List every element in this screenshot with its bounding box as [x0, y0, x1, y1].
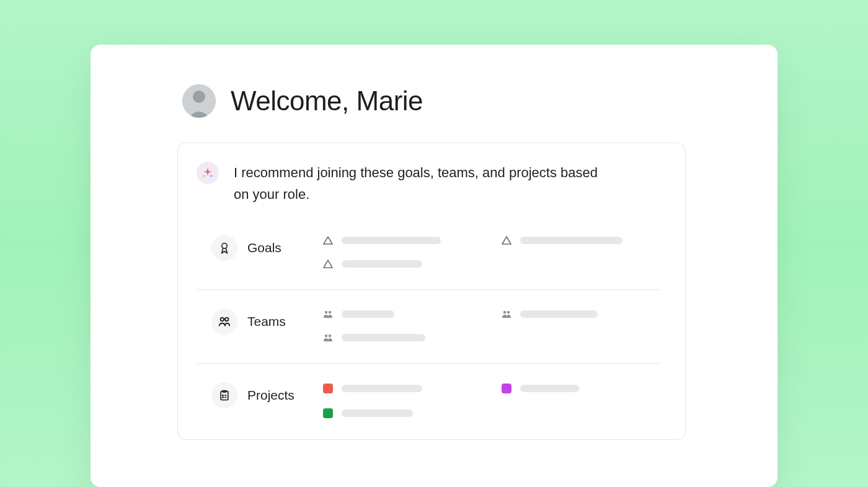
triangle-icon: [323, 260, 333, 268]
page-title: Welcome, Marie: [231, 86, 423, 116]
placeholder: [520, 237, 622, 244]
main-card: Welcome, Marie I recommend joining these…: [91, 45, 777, 487]
goal-item[interactable]: [323, 260, 482, 268]
project-color-icon: [502, 384, 512, 393]
goals-icon: [211, 235, 237, 261]
goals-label: Goals: [247, 240, 281, 255]
placeholder: [342, 334, 425, 341]
recommendation-text: I recommend joining these goals, teams, …: [234, 162, 606, 205]
svg-point-1: [193, 90, 205, 103]
people-icon: [502, 310, 512, 318]
team-item[interactable]: [323, 310, 482, 318]
people-icon: [323, 333, 333, 342]
triangle-icon: [502, 236, 512, 245]
svg-point-2: [222, 244, 227, 248]
recommendation-panel: I recommend joining these goals, teams, …: [177, 143, 686, 440]
placeholder: [342, 385, 422, 392]
svg-point-7: [503, 311, 506, 314]
projects-label: Projects: [247, 388, 294, 403]
teams-section: Teams: [197, 290, 660, 364]
placeholder: [342, 310, 394, 318]
sparkle-icon: [197, 162, 219, 184]
avatar[interactable]: [182, 84, 216, 118]
teams-icon: [211, 309, 237, 335]
project-item[interactable]: [502, 384, 660, 393]
goal-item[interactable]: [323, 236, 482, 245]
svg-point-6: [329, 311, 331, 314]
project-item[interactable]: [323, 408, 482, 418]
svg-point-13: [223, 397, 223, 398]
projects-section: Projects: [197, 364, 660, 439]
goals-section: Goals: [197, 216, 660, 290]
header: Welcome, Marie: [91, 84, 777, 118]
project-color-icon: [323, 408, 333, 418]
svg-point-10: [329, 335, 331, 337]
projects-icon: [211, 382, 237, 408]
team-item[interactable]: [323, 333, 482, 342]
svg-point-8: [507, 311, 510, 314]
svg-point-9: [325, 335, 327, 337]
goal-item[interactable]: [502, 236, 660, 245]
project-color-icon: [323, 384, 333, 393]
people-icon: [323, 310, 333, 318]
placeholder: [342, 237, 441, 244]
svg-point-12: [223, 395, 223, 396]
team-item[interactable]: [502, 310, 660, 318]
placeholder: [520, 385, 579, 392]
placeholder: [342, 410, 413, 417]
placeholder: [342, 260, 422, 268]
teams-label: Teams: [247, 314, 286, 329]
triangle-icon: [323, 236, 333, 245]
svg-point-5: [325, 311, 327, 314]
placeholder: [520, 310, 598, 318]
project-item[interactable]: [323, 384, 482, 393]
svg-point-4: [225, 318, 229, 322]
svg-point-3: [221, 318, 224, 322]
recommendation-row: I recommend joining these goals, teams, …: [197, 162, 660, 205]
